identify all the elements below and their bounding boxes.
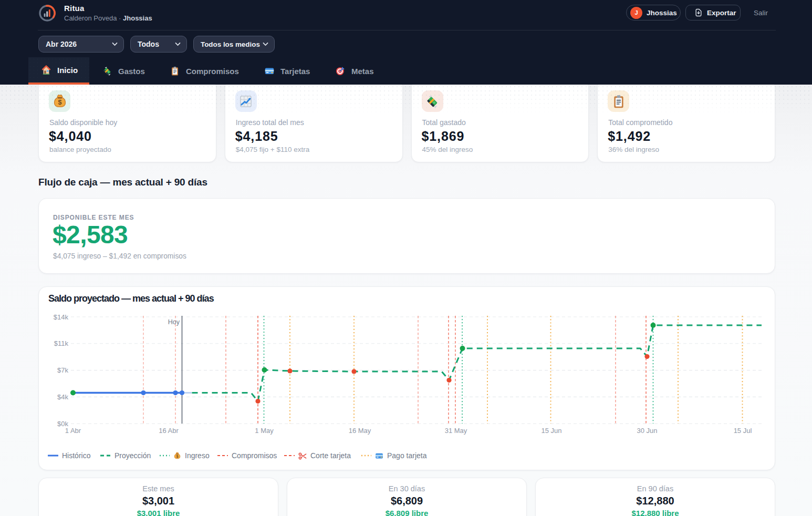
svg-text:$7k: $7k: [57, 366, 68, 374]
svg-text:15 Jul: 15 Jul: [734, 427, 752, 435]
svg-text:1 May: 1 May: [255, 427, 274, 435]
svg-text:$4k: $4k: [57, 393, 68, 401]
svg-text:16 Abr: 16 Abr: [159, 427, 179, 435]
svg-text:15 Jun: 15 Jun: [541, 427, 561, 435]
svg-text:30 Jun: 30 Jun: [637, 427, 657, 435]
svg-text:$11k: $11k: [54, 339, 69, 347]
svg-text:$14k: $14k: [54, 313, 69, 321]
svg-text:31 May: 31 May: [445, 427, 467, 435]
svg-text:Hoy: Hoy: [168, 318, 180, 326]
svg-text:16 May: 16 May: [349, 427, 371, 435]
svg-text:1 Abr: 1 Abr: [65, 427, 81, 435]
